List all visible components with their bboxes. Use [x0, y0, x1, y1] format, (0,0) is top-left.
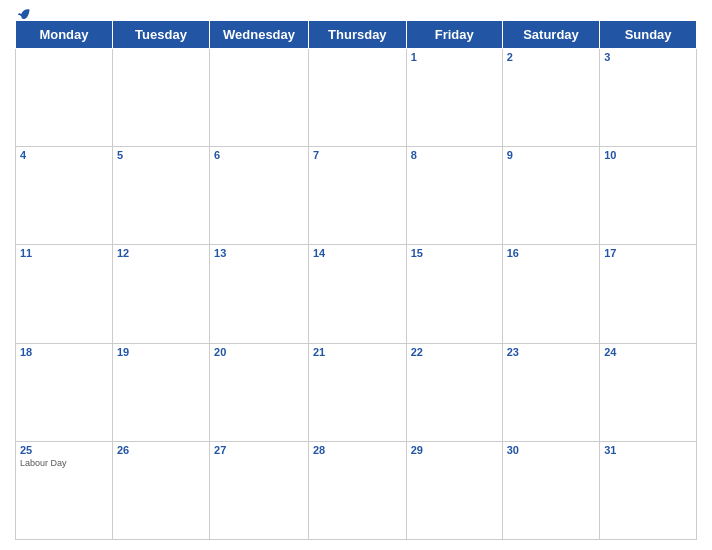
calendar-cell: 31 — [600, 441, 697, 539]
day-number: 1 — [411, 51, 498, 63]
calendar-cell: 27 — [210, 441, 309, 539]
calendar-cell: 5 — [112, 147, 209, 245]
calendar-cell: 20 — [210, 343, 309, 441]
calendar-cell: 16 — [502, 245, 599, 343]
day-number: 27 — [214, 444, 304, 456]
day-header-sunday: Sunday — [600, 21, 697, 49]
day-header-friday: Friday — [406, 21, 502, 49]
day-number: 28 — [313, 444, 402, 456]
holiday-label: Labour Day — [20, 458, 108, 468]
calendar-cell: 21 — [308, 343, 406, 441]
logo — [15, 7, 31, 21]
day-number: 5 — [117, 149, 205, 161]
calendar-cell: 8 — [406, 147, 502, 245]
day-number: 15 — [411, 247, 498, 259]
day-number: 8 — [411, 149, 498, 161]
calendar-cell: 25Labour Day — [16, 441, 113, 539]
day-number: 3 — [604, 51, 692, 63]
day-number: 13 — [214, 247, 304, 259]
calendar-cell — [210, 49, 309, 147]
day-number: 7 — [313, 149, 402, 161]
calendar-cell: 9 — [502, 147, 599, 245]
day-number: 22 — [411, 346, 498, 358]
day-number: 25 — [20, 444, 108, 456]
day-number: 4 — [20, 149, 108, 161]
calendar-cell: 14 — [308, 245, 406, 343]
calendar-cell — [112, 49, 209, 147]
day-number: 6 — [214, 149, 304, 161]
day-number: 24 — [604, 346, 692, 358]
day-header-thursday: Thursday — [308, 21, 406, 49]
calendar-cell: 19 — [112, 343, 209, 441]
calendar-cell: 10 — [600, 147, 697, 245]
calendar-cell: 12 — [112, 245, 209, 343]
day-number: 21 — [313, 346, 402, 358]
day-header-monday: Monday — [16, 21, 113, 49]
day-number: 19 — [117, 346, 205, 358]
calendar-cell: 26 — [112, 441, 209, 539]
calendar-cell: 28 — [308, 441, 406, 539]
day-number: 29 — [411, 444, 498, 456]
week-row-4: 18192021222324 — [16, 343, 697, 441]
calendar-cell: 4 — [16, 147, 113, 245]
calendar-cell: 6 — [210, 147, 309, 245]
calendar-cell: 15 — [406, 245, 502, 343]
calendar-cell: 29 — [406, 441, 502, 539]
calendar-cell — [308, 49, 406, 147]
calendar-cell: 3 — [600, 49, 697, 147]
day-number: 9 — [507, 149, 595, 161]
week-row-5: 25Labour Day262728293031 — [16, 441, 697, 539]
day-number: 31 — [604, 444, 692, 456]
calendar-cell: 2 — [502, 49, 599, 147]
day-number: 20 — [214, 346, 304, 358]
day-number: 12 — [117, 247, 205, 259]
calendar-table: MondayTuesdayWednesdayThursdayFridaySatu… — [15, 20, 697, 540]
day-number: 18 — [20, 346, 108, 358]
calendar-cell: 7 — [308, 147, 406, 245]
logo-blue-text — [15, 7, 31, 21]
day-number: 30 — [507, 444, 595, 456]
week-row-2: 45678910 — [16, 147, 697, 245]
day-header-wednesday: Wednesday — [210, 21, 309, 49]
calendar-cell: 30 — [502, 441, 599, 539]
logo-bird-icon — [17, 7, 31, 21]
day-number: 2 — [507, 51, 595, 63]
day-number: 14 — [313, 247, 402, 259]
day-header-saturday: Saturday — [502, 21, 599, 49]
days-header-row: MondayTuesdayWednesdayThursdayFridaySatu… — [16, 21, 697, 49]
day-header-tuesday: Tuesday — [112, 21, 209, 49]
day-number: 16 — [507, 247, 595, 259]
calendar-cell: 24 — [600, 343, 697, 441]
day-number: 10 — [604, 149, 692, 161]
day-number: 23 — [507, 346, 595, 358]
week-row-1: 123 — [16, 49, 697, 147]
calendar-cell: 18 — [16, 343, 113, 441]
day-number: 17 — [604, 247, 692, 259]
day-number: 26 — [117, 444, 205, 456]
calendar-cell: 23 — [502, 343, 599, 441]
calendar-cell: 13 — [210, 245, 309, 343]
week-row-3: 11121314151617 — [16, 245, 697, 343]
calendar-cell: 11 — [16, 245, 113, 343]
calendar-cell: 1 — [406, 49, 502, 147]
calendar-cell — [16, 49, 113, 147]
day-number: 11 — [20, 247, 108, 259]
calendar-cell: 22 — [406, 343, 502, 441]
calendar-cell: 17 — [600, 245, 697, 343]
